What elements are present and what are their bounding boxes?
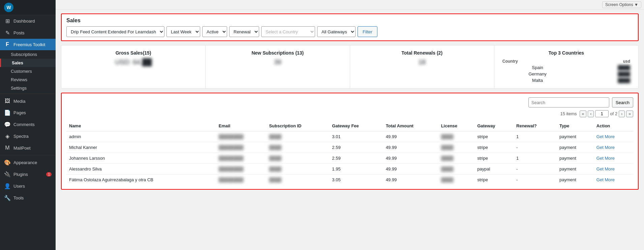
cell-name: admin [66, 131, 216, 142]
total-renewals-card: Total Renewals (2) 18 [350, 45, 494, 88]
sidebar-sub-customers[interactable]: Customers [0, 67, 56, 75]
cell-type: payment [557, 131, 594, 142]
sidebar-item-tools[interactable]: 🔧 Tools [0, 192, 56, 204]
sidebar-divider-2 [0, 155, 56, 155]
cell-action[interactable]: Get More [594, 175, 633, 185]
cell-gateway: stripe [474, 175, 514, 185]
cell-license: ████ [438, 164, 474, 175]
table-column-header: Name [66, 121, 216, 131]
sidebar-item-appearance[interactable]: 🎨 Appearance [0, 157, 56, 168]
tools-icon: 🔧 [4, 195, 11, 201]
dashboard-icon: ⊞ [4, 18, 11, 24]
first-page-button[interactable]: « [580, 111, 587, 117]
cell-action[interactable]: Get More [594, 131, 633, 142]
get-more-link[interactable]: Get More [596, 177, 615, 182]
gateway-select[interactable]: All Gateways [317, 26, 356, 37]
cell-total-amount: 49.99 [383, 175, 438, 185]
screen-options-button[interactable]: Screen Options ▼ [602, 1, 641, 8]
gross-sales-card: Gross Sales(15) USD: 64,██ [61, 45, 206, 88]
sidebar-item-comments[interactable]: 💬 Comments [0, 119, 56, 130]
table-column-header: Subscription ID [266, 121, 329, 131]
cell-action[interactable]: Get More [594, 153, 633, 164]
table-row: admin████████████3.0149.99████stripe1pay… [66, 131, 633, 142]
pages-icon: 📄 [4, 110, 11, 116]
total-renewals-amount: 18 [418, 58, 426, 66]
cell-license: ████ [438, 175, 474, 185]
sidebar-item-mailpoet[interactable]: M MailPoet [0, 142, 56, 154]
sidebar-item-dashboard[interactable]: ⊞ Dashboard [0, 15, 56, 27]
table-column-header: License [438, 121, 474, 131]
sidebar-logo: W [0, 0, 56, 15]
cell-subscription-id: ████ [266, 131, 329, 142]
sidebar-item-spectra[interactable]: ◈ Spectra [0, 130, 56, 142]
sidebar-item-pages[interactable]: 📄 Pages [0, 107, 56, 119]
pagination-row: 15 items « ‹ of 2 › » [66, 110, 633, 117]
cell-email: ████████ [216, 153, 267, 164]
cell-gateway: paypal [474, 164, 514, 175]
cell-subscription-id: ████ [266, 164, 329, 175]
countries-table: Country usd Spain ████ Germany ████ Malt… [500, 58, 633, 84]
search-button[interactable]: Search [612, 97, 633, 107]
current-page-input[interactable] [595, 110, 609, 117]
sales-filter-box: Sales Drip Feed Content Extended For Lea… [61, 13, 639, 41]
get-more-link[interactable]: Get More [596, 134, 615, 139]
type-select[interactable]: Renewal [229, 26, 259, 37]
cell-renewal: 1 [514, 153, 557, 164]
last-page-button[interactable]: » [626, 111, 633, 117]
sidebar-item-plugins[interactable]: 🔌 Plugins 1 [0, 168, 56, 180]
cell-email: ████████ [216, 142, 267, 153]
country-select[interactable]: Select a Country [261, 26, 315, 37]
sidebar-item-label: MailPoet [13, 146, 31, 151]
sidebar-item-media[interactable]: 🖼 Media [0, 95, 56, 107]
sidebar-item-users[interactable]: 👤 Users [0, 180, 56, 192]
sidebar-item-posts[interactable]: ✎ Posts [0, 27, 56, 39]
period-select[interactable]: Last Week [166, 26, 200, 37]
sidebar-sub-label: Customers [11, 69, 32, 74]
cell-renewal: - [514, 175, 557, 185]
prev-page-button[interactable]: ‹ [588, 111, 594, 117]
table-column-header: Renewal? [514, 121, 557, 131]
top-countries-title: Top 3 Countries [500, 50, 633, 56]
cell-action[interactable]: Get More [594, 142, 633, 153]
get-more-link[interactable]: Get More [596, 145, 615, 150]
next-page-button[interactable]: › [619, 111, 625, 117]
table-column-header: Action [594, 121, 633, 131]
cell-name: Alessandro Silva [66, 164, 216, 175]
cell-gateway: stripe [474, 142, 514, 153]
freemius-icon: F [4, 41, 11, 48]
gross-sales-amount: USD: 64,██ [115, 58, 152, 66]
cell-gateway-fee: 2.59 [329, 142, 383, 153]
new-subscriptions-amount: 39 [274, 58, 281, 66]
sidebar-item-label: Tools [13, 195, 24, 200]
sidebar-sub-subscriptions[interactable]: Subscriptions [0, 50, 56, 59]
get-more-link[interactable]: Get More [596, 156, 615, 161]
filter-button[interactable]: Filter [358, 26, 377, 37]
sidebar-item-label: Comments [13, 122, 35, 127]
cell-type: payment [557, 142, 594, 153]
items-count: 15 items [560, 111, 577, 116]
new-subscriptions-value: 39 [211, 58, 344, 66]
product-select[interactable]: Drip Feed Content Extended For Learndash [66, 26, 164, 37]
cell-gateway-fee: 2.59 [329, 153, 383, 164]
cell-action[interactable]: Get More [594, 164, 633, 175]
search-input[interactable] [528, 97, 609, 107]
sidebar-item-label: Freemius Toolkit [13, 42, 45, 47]
get-more-link[interactable]: Get More [596, 166, 615, 171]
wp-logo-icon: W [4, 3, 13, 12]
sidebar-item-label: Dashboard [13, 19, 35, 24]
sidebar-sub-settings[interactable]: Settings [0, 84, 56, 92]
status-select[interactable]: Active [202, 26, 227, 37]
cell-type: payment [557, 164, 594, 175]
sidebar-item-label: Spectra [13, 134, 29, 139]
cell-total-amount: 49.99 [383, 142, 438, 153]
sidebar-item-freemius[interactable]: F Freemius Toolkit [0, 39, 56, 50]
sidebar-sub-reviews[interactable]: Reviews [0, 75, 56, 84]
cell-type: payment [557, 175, 594, 185]
cell-renewal: - [514, 164, 557, 175]
cell-renewal: - [514, 142, 557, 153]
sidebar-sub-sales[interactable]: Sales [0, 59, 56, 67]
top-countries-card: Top 3 Countries Country usd Spain ████ G… [494, 45, 638, 88]
cell-total-amount: 49.99 [383, 164, 438, 175]
table-row: Michal Kanner████████████2.5949.99████st… [66, 142, 633, 153]
cell-email: ████████ [216, 164, 267, 175]
